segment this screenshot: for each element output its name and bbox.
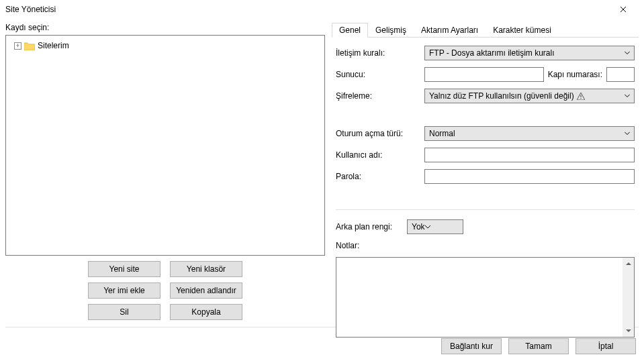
chevron-down-icon	[425, 225, 430, 229]
tab-charset-label: Karakter kümesi	[493, 25, 551, 35]
gap	[336, 110, 635, 119]
protocol-label: İletişim kuralı:	[336, 48, 420, 58]
titlebar-buttons	[608, 0, 639, 19]
chevron-down-icon	[625, 52, 630, 55]
site-tree[interactable]: + Sitelerim	[5, 35, 325, 256]
warning-icon	[577, 93, 585, 100]
left-buttons: Yeni site Yeni klasör Yer imi ekle Yenid…	[5, 261, 325, 320]
tab-charset[interactable]: Karakter kümesi	[486, 23, 559, 38]
bookmark-button[interactable]: Yer imi ekle	[88, 282, 160, 299]
encryption-value: Yalnız düz FTP kullanılsın (güvenli deği…	[429, 91, 574, 101]
new-site-button[interactable]: Yeni site	[88, 261, 160, 277]
scroll-up-icon[interactable]	[623, 258, 634, 269]
tab-transfer-label: Aktarım Ayarları	[421, 25, 478, 35]
row-protocol: İletişim kuralı: FTP - Dosya aktarımı il…	[336, 46, 635, 60]
pass-label: Parola:	[336, 172, 420, 181]
row-logon: Oturum açma türü: Normal	[336, 126, 635, 141]
row-bgcolor: Arka plan rengi: Yok	[336, 219, 635, 234]
rename-button[interactable]: Yeniden adlandır	[170, 282, 242, 299]
encryption-label: Şifreleme:	[336, 91, 420, 101]
scroll-down-icon[interactable]	[623, 325, 634, 337]
row-user: Kullanıcı adı:	[336, 148, 635, 162]
user-input[interactable]	[424, 148, 635, 162]
scrollbar[interactable]	[623, 258, 634, 337]
host-input[interactable]	[424, 67, 544, 82]
select-record-label: Kaydı seçin:	[5, 23, 325, 32]
pass-input[interactable]	[424, 169, 635, 184]
content: Kaydı seçin: + Sitelerim Yeni site Yeni …	[0, 19, 644, 361]
row-host: Sunucu: Kapı numarası:	[336, 67, 635, 82]
copy-button[interactable]: Kopyala	[170, 304, 242, 320]
tab-bar: Genel Gelişmiş Aktarım Ayarları Karakter…	[332, 23, 639, 38]
user-label: Kullanıcı adı:	[336, 150, 420, 160]
encryption-value-wrap: Yalnız düz FTP kullanılsın (güvenli deği…	[429, 91, 585, 101]
tree-root-label: Sitelerim	[38, 40, 69, 51]
port-label: Kapı numarası:	[548, 70, 602, 79]
logon-value: Normal	[429, 129, 455, 138]
logon-select[interactable]: Normal	[424, 126, 635, 141]
tab-advanced[interactable]: Gelişmiş	[368, 23, 414, 38]
delete-button[interactable]: Sil	[88, 304, 160, 320]
new-folder-button[interactable]: Yeni klasör	[170, 261, 242, 277]
upper-area: Kaydı seçin: + Sitelerim Yeni site Yeni …	[5, 23, 639, 320]
svg-rect-0	[580, 95, 581, 97]
port-wrap: Kapı numarası:	[548, 67, 635, 82]
chevron-down-icon	[625, 132, 630, 136]
connect-button[interactable]: Bağlantı kur	[441, 338, 502, 354]
port-input[interactable]	[606, 67, 635, 82]
host-label: Sunucu:	[336, 70, 420, 79]
titlebar: Site Yöneticisi	[0, 0, 644, 19]
tab-general[interactable]: Genel	[332, 23, 368, 38]
left-column: Kaydı seçin: + Sitelerim Yeni site Yeni …	[5, 23, 325, 320]
protocol-value: FTP - Dosya aktarımı iletişim kuralı	[429, 48, 554, 58]
svg-rect-1	[580, 98, 581, 99]
row-pass: Parola:	[336, 169, 635, 184]
notes-textarea[interactable]	[336, 257, 635, 338]
divider	[336, 209, 635, 210]
tab-advanced-label: Gelişmiş	[375, 25, 406, 35]
window-title: Site Yöneticisi	[5, 5, 56, 14]
bgcolor-value: Yok	[412, 222, 425, 231]
tab-general-label: Genel	[339, 25, 361, 35]
close-button[interactable]	[608, 0, 639, 19]
tree-root-row[interactable]: + Sitelerim	[9, 40, 322, 52]
logon-label: Oturum açma türü:	[336, 129, 420, 138]
chevron-down-icon	[625, 95, 630, 98]
protocol-select[interactable]: FTP - Dosya aktarımı iletişim kuralı	[424, 46, 635, 60]
bgcolor-label: Arka plan rengi:	[336, 222, 403, 231]
expander-icon[interactable]: +	[14, 42, 21, 50]
tab-transfer[interactable]: Aktarım Ayarları	[414, 23, 486, 38]
ok-button[interactable]: Tamam	[508, 338, 569, 354]
notes-label: Notlar:	[336, 241, 635, 250]
general-panel: İletişim kuralı: FTP - Dosya aktarımı il…	[332, 38, 639, 343]
bgcolor-select[interactable]: Yok	[407, 219, 463, 234]
cancel-button[interactable]: İptal	[576, 338, 636, 354]
row-encryption: Şifreleme: Yalnız düz FTP kullanılsın (g…	[336, 89, 635, 103]
encryption-select[interactable]: Yalnız düz FTP kullanılsın (güvenli deği…	[424, 89, 635, 103]
right-column: Genel Gelişmiş Aktarım Ayarları Karakter…	[332, 23, 639, 320]
folder-icon	[24, 42, 35, 50]
